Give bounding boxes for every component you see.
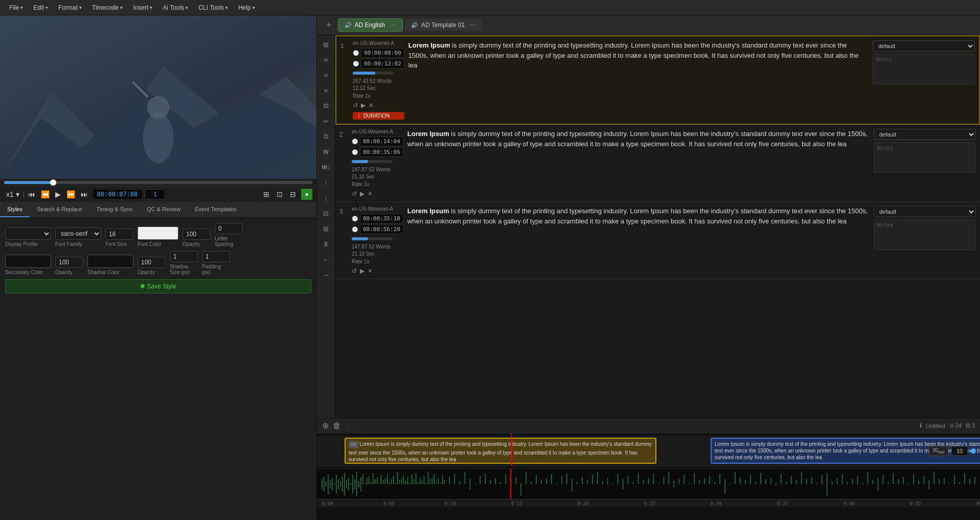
tool-down[interactable]: ↓ xyxy=(319,191,333,205)
tool-merge[interactable]: ⊞ xyxy=(319,221,333,236)
padding-input[interactable] xyxy=(202,251,230,262)
tool-cut[interactable]: ✂ xyxy=(319,114,333,128)
tool-paste[interactable]: ⧉ xyxy=(319,129,333,144)
menu-insert[interactable]: Insert ▾ xyxy=(128,0,157,15)
tab1-menu[interactable]: ⋯ xyxy=(390,21,396,29)
capture-btn[interactable]: ⊟ xyxy=(288,189,298,199)
font-family-select[interactable]: sans-serif xyxy=(55,228,101,240)
tab-ad-english[interactable]: 🔊 AD English ⋯ xyxy=(338,18,403,32)
tab2-menu[interactable]: ⋯ xyxy=(470,21,476,29)
rate-label-2: Rate 1x xyxy=(352,182,403,187)
reset-btn-3[interactable]: ↺ xyxy=(352,267,357,275)
letter-spacing-input[interactable] xyxy=(215,223,243,234)
tab-event-templates[interactable]: Event Templates xyxy=(188,202,243,217)
opacity-input[interactable] xyxy=(183,229,211,240)
right-section: + 🔊 AD English ⋯ 🔊 AD Template 01 ⋯ ⊞ ≡ … xyxy=(317,15,980,520)
padding-label: Padding (px) xyxy=(202,264,230,275)
notes-textarea-1[interactable] xyxy=(873,54,975,84)
menu-timecode[interactable]: Timecode ▾ xyxy=(87,0,128,15)
menu-file[interactable]: File ▾ xyxy=(4,0,28,15)
monitor-btn[interactable]: ● xyxy=(301,189,312,200)
time-out-icon-2: 🕐 xyxy=(352,149,358,155)
waveform xyxy=(317,468,980,499)
play-btn-1[interactable]: ▶ xyxy=(361,102,366,109)
notes-dropdown-1[interactable]: default xyxy=(873,40,975,52)
subtitle-text-area-1[interactable]: Lorem Ipsum is simply dummy text of the … xyxy=(408,40,869,71)
add-tab-button[interactable]: + xyxy=(322,19,336,32)
subtitle-entry-1: 1 en-US-Wovenet-A 🕐 00:00:00:00 🕐 00:00:… xyxy=(335,35,980,125)
time-in-3: 00:00:35:18 xyxy=(360,214,403,223)
subtitle-text-area-3[interactable]: Lorem Ipsum is simply dummy text of the … xyxy=(407,206,870,226)
reset-btn-1[interactable]: ↺ xyxy=(353,102,358,109)
tab-ad-template[interactable]: 🔊 AD Template 01 ⋯ xyxy=(405,19,482,31)
scrubber-bar[interactable] xyxy=(4,181,312,184)
tool-next[interactable]: → xyxy=(319,267,333,282)
video-area xyxy=(0,15,316,179)
tool-align-right[interactable]: ≡ xyxy=(319,83,333,98)
play-btn-3[interactable]: ▶ xyxy=(360,267,364,275)
sidebar-tools: ⊞ ≡ ≡ ≡ ⧉ ✂ ⧉ W W↓ ↑ ↓ ⊟ ⊞ ⏸ ← → xyxy=(317,35,335,418)
font-size-input[interactable] xyxy=(105,229,133,240)
menu-edit[interactable]: Edit ▾ xyxy=(28,0,53,15)
play-pause[interactable]: ▶ xyxy=(53,189,63,199)
close-btn-2[interactable]: ✕ xyxy=(368,190,373,197)
meta-controls-3: ↺ ▶ ✕ xyxy=(352,267,403,275)
notes-dropdown-2[interactable]: default xyxy=(874,129,976,140)
menu-format[interactable]: Format ▾ xyxy=(53,0,87,15)
tab-qc-review[interactable]: QC & Review xyxy=(140,202,188,217)
layout-btn[interactable]: ⊞ xyxy=(261,189,271,199)
close-btn-1[interactable]: ✕ xyxy=(369,102,374,109)
tool-layers[interactable]: ⊟ xyxy=(319,206,333,220)
notes-textarea-3[interactable] xyxy=(874,219,976,250)
screen-btn[interactable]: ⊡ xyxy=(275,189,285,199)
tool-align-center[interactable]: ≡ xyxy=(319,68,333,82)
reset-btn-2[interactable]: ↺ xyxy=(352,190,357,197)
zoom-value-input[interactable] xyxy=(951,446,968,456)
display-profile-select[interactable] xyxy=(5,228,51,240)
meta-controls-2: ↺ ▶ ✕ xyxy=(352,190,403,197)
skip-to-start[interactable]: ⏮ xyxy=(26,189,37,199)
speed-selector[interactable]: x1 ▾ xyxy=(4,189,21,199)
add-entry-button[interactable]: ⊕ xyxy=(322,421,329,431)
tab-timing-sync[interactable]: Timing & Sync xyxy=(89,202,140,217)
ad-badge-1: AD xyxy=(349,441,358,448)
tool-grid[interactable]: ⊞ xyxy=(319,37,333,52)
ruler-10: 0:10 xyxy=(445,501,456,506)
timeline-overlay-controls: 30sec xyxy=(929,446,976,456)
tool-pause[interactable]: ⏸ xyxy=(319,237,333,251)
caption-block-1[interactable]: AD Lorem Ipsum is simply dummy text of t… xyxy=(345,438,656,464)
secondary-color-swatch[interactable] xyxy=(5,255,51,268)
shadow-size-input[interactable] xyxy=(170,251,198,262)
font-family-label: Font Family xyxy=(55,241,101,247)
opacity2-input[interactable] xyxy=(55,257,83,268)
subtitles-list: 1 en-US-Wovenet-A 🕐 00:00:00:00 🕐 00:00:… xyxy=(335,35,980,418)
shadow-opacity-input[interactable] xyxy=(138,257,166,268)
tool-word[interactable]: W xyxy=(319,145,333,159)
tab-styles[interactable]: Styles xyxy=(0,202,30,217)
skip-to-end[interactable]: ⏭ xyxy=(79,189,90,199)
tool-align-left[interactable]: ≡ xyxy=(319,53,333,67)
tab-search-replace[interactable]: Search & Replace xyxy=(30,202,89,217)
tool-up[interactable]: ↑ xyxy=(319,175,333,190)
video-scrubber xyxy=(0,179,316,186)
play-btn-2[interactable]: ▶ xyxy=(360,190,364,197)
font-color-swatch[interactable] xyxy=(138,227,178,240)
ruler-20: 0:20 xyxy=(578,501,589,506)
video-placeholder xyxy=(0,15,316,179)
notes-dropdown-3[interactable]: default xyxy=(874,206,976,217)
frame-input[interactable] xyxy=(145,189,165,199)
tool-prev[interactable]: ← xyxy=(319,252,333,266)
menu-help[interactable]: Help ▾ xyxy=(233,0,260,15)
prev-frame[interactable]: ⏪ xyxy=(39,189,52,199)
tool-copy[interactable]: ⧉ xyxy=(319,99,333,113)
delete-entry-button[interactable]: 🗑 xyxy=(333,421,341,431)
shadow-color-swatch[interactable] xyxy=(87,255,133,268)
next-frame[interactable]: ⏩ xyxy=(64,189,77,199)
close-btn-3[interactable]: ✕ xyxy=(368,267,373,275)
notes-textarea-2[interactable] xyxy=(874,142,976,173)
save-style-button[interactable]: ✱ Save Style xyxy=(5,279,311,293)
menu-cli-tools[interactable]: CLI Tools ▾ xyxy=(193,0,233,15)
subtitle-text-area-2[interactable]: Lorem Ipsum is simply dummy text of the … xyxy=(407,129,870,149)
menu-ai-tools[interactable]: Ai Tools ▾ xyxy=(157,0,193,15)
tool-bold[interactable]: W↓ xyxy=(319,160,333,174)
